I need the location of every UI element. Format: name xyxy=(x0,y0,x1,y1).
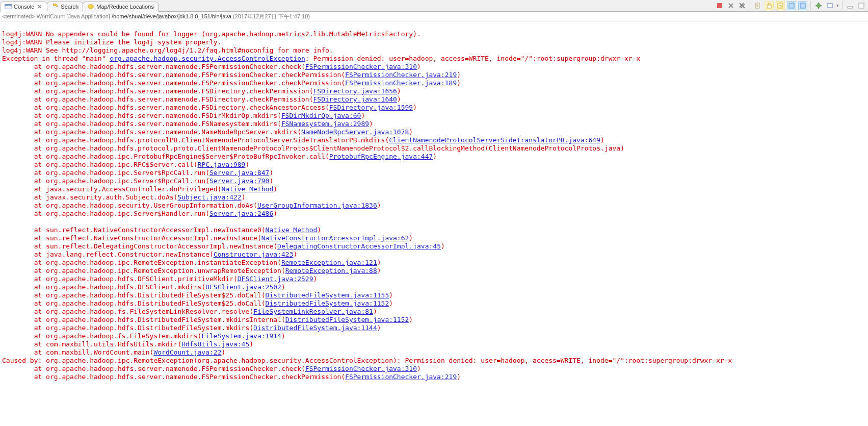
at: at xyxy=(2,283,46,291)
stack-frame: org.apache.hadoop.ipc.Server$RpcCall.run… xyxy=(46,177,209,185)
source-link[interactable]: RPC.java:989 xyxy=(198,161,246,168)
console-output[interactable]: log4j:WARN No appenders could be found f… xyxy=(0,22,868,426)
source-link[interactable]: Server.java:847 xyxy=(209,169,269,177)
stack-frame: org.apache.hadoop.hdfs.server.namenode.F… xyxy=(46,79,345,87)
svg-rect-8 xyxy=(800,3,805,8)
svg-rect-9 xyxy=(827,4,832,8)
source-link[interactable]: Native Method xyxy=(221,185,273,193)
source-link[interactable]: DFSClient.java:2529 xyxy=(238,275,313,283)
stack-frame: org.apache.hadoop.ipc.Server$RpcCall.run… xyxy=(46,169,209,177)
scroll-lock-icon[interactable] xyxy=(765,1,774,10)
console-toolbar: ▾ xyxy=(713,1,868,10)
stack-frame: java.lang.reflect.Constructor.newInstanc… xyxy=(46,250,214,258)
source-link[interactable]: RemoteException.java:121 xyxy=(281,259,377,266)
tab-mapreduce[interactable]: Map/Reduce Locations xyxy=(83,2,159,12)
at: at xyxy=(2,144,46,152)
chevron-down-icon[interactable]: ▾ xyxy=(836,3,839,8)
source-link[interactable]: DFSClient.java:2502 xyxy=(205,283,281,291)
source-link[interactable]: DistributedFileSystem.java:1152 xyxy=(266,299,389,307)
source-link[interactable]: FSPermissionChecker.java:189 xyxy=(345,79,457,87)
source-link[interactable]: ClientNamenodeProtocolServerSideTranslat… xyxy=(389,136,600,144)
stack-frame: com.maxbill.WordCount.main( xyxy=(46,348,153,356)
at: at xyxy=(2,112,46,119)
stack-frame: com.maxbill.utils.HdfsUtils.mkdir( xyxy=(46,340,181,348)
at: at xyxy=(2,226,46,234)
stack-frame: sun.reflect.DelegatingConstructorAccesso… xyxy=(46,242,277,250)
at: at xyxy=(2,250,46,258)
source-link[interactable]: DelegatingConstructorAccessorImpl.java:4… xyxy=(277,242,441,250)
remove-launch-icon[interactable] xyxy=(726,1,735,10)
clear-console-icon[interactable] xyxy=(753,1,762,10)
close-icon[interactable]: ✕ xyxy=(36,4,43,10)
stack-frame: org.apache.hadoop.hdfs.server.namenode.F… xyxy=(46,63,305,70)
caused-by: Caused by: org.apache.hadoop.ipc.RemoteE… xyxy=(2,357,732,364)
at: at xyxy=(2,267,46,274)
stack-frame: org.apache.hadoop.ipc.RPC$Server.call( xyxy=(46,161,197,168)
source-link[interactable]: FSDirectory.java:1656 xyxy=(313,87,397,95)
exception-class-link[interactable]: org.apache.hadoop.security.AccessControl… xyxy=(110,55,305,62)
pin-console-icon[interactable] xyxy=(814,1,823,10)
source-link[interactable]: RemoteException.java:88 xyxy=(285,267,377,274)
stack-frame: org.apache.hadoop.hdfs.protocol.proto.Cl… xyxy=(46,144,624,152)
source-link[interactable]: FSDirectory.java:1640 xyxy=(313,95,397,103)
at: at xyxy=(2,63,46,70)
source-link[interactable]: Native Method xyxy=(266,226,318,234)
source-link[interactable]: FSDirMkdirOp.java:60 xyxy=(281,112,361,119)
source-link[interactable]: FSPermissionChecker.java:310 xyxy=(305,365,417,372)
remove-all-icon[interactable] xyxy=(738,1,747,10)
maximize-icon[interactable] xyxy=(857,1,866,10)
source-link[interactable]: WordCount.java:22 xyxy=(153,348,221,356)
exception-msg: : Permission denied: user=hadoop, access… xyxy=(305,55,640,62)
source-link[interactable]: FileSystemLinkResolver.java:81 xyxy=(253,308,373,315)
source-link[interactable]: NameNodeRpcServer.java:1078 xyxy=(301,128,409,136)
svg-rect-3 xyxy=(717,3,722,8)
source-link[interactable]: HdfsUtils.java:45 xyxy=(181,340,249,348)
stack-frame: org.apache.hadoop.hdfs.server.namenode.F… xyxy=(46,120,281,128)
source-link[interactable]: Server.java:790 xyxy=(209,177,269,185)
stack-frame: org.apache.hadoop.ipc.RemoteException.in… xyxy=(46,259,281,266)
stack-frame: org.apache.hadoop.ipc.Server$Handler.run… xyxy=(46,210,209,217)
word-wrap-icon[interactable] xyxy=(776,1,785,10)
source-link[interactable]: FSPermissionChecker.java:219 xyxy=(345,373,457,381)
source-link[interactable]: DistributedFileSystem.java:1144 xyxy=(253,324,377,332)
stack-frame: org.apache.hadoop.hdfs.DFSClient.primiti… xyxy=(46,275,238,283)
stack-frame: org.apache.hadoop.security.UserGroupInfo… xyxy=(46,202,257,209)
source-link[interactable]: FSPermissionChecker.java:310 xyxy=(305,63,417,70)
stack-frame: javax.security.auth.Subject.doAs( xyxy=(46,193,177,201)
source-link[interactable]: FSNamesystem.java:2989 xyxy=(281,120,369,128)
at: at xyxy=(2,308,46,315)
source-link[interactable]: DistributedFileSystem.java:1155 xyxy=(266,291,389,299)
stack-frame: java.security.AccessController.doPrivile… xyxy=(46,185,221,193)
at: at xyxy=(2,299,46,307)
source-link[interactable]: FileSystem.java:1914 xyxy=(201,332,281,340)
at: at xyxy=(2,348,46,356)
at: at xyxy=(2,324,46,332)
show-stderr-icon[interactable] xyxy=(798,1,807,10)
tab-console-label: Console xyxy=(14,4,34,10)
at: at xyxy=(2,193,46,201)
tab-search[interactable]: Search xyxy=(47,2,83,12)
source-link[interactable]: Subject.java:422 xyxy=(177,193,241,201)
source-link[interactable]: FSDirectory.java:1599 xyxy=(329,104,413,111)
terminate-icon[interactable] xyxy=(715,1,724,10)
stack-frame: org.apache.hadoop.fs.FileSystemLinkResol… xyxy=(46,308,253,315)
source-link[interactable]: Server.java:2486 xyxy=(209,210,273,217)
source-link[interactable]: FSPermissionChecker.java:219 xyxy=(345,71,457,79)
tab-console[interactable]: Console ✕ xyxy=(0,2,47,12)
launch-terminated-label: <terminated> WordCount [Java Application… xyxy=(2,13,112,19)
at: at xyxy=(2,128,46,136)
log-line: log4j:WARN Please initialize the log4j s… xyxy=(2,38,221,46)
log-line: log4j:WARN See http://logging.apache.org… xyxy=(2,46,333,54)
at: at xyxy=(2,185,46,193)
console-icon xyxy=(5,3,12,10)
display-selected-console-icon[interactable] xyxy=(825,1,834,10)
source-link[interactable]: DistributedFileSystem.java:1152 xyxy=(285,316,409,323)
at: at xyxy=(2,234,46,242)
source-link[interactable]: UserGroupInformation.java:1836 xyxy=(257,202,377,209)
source-link[interactable]: NativeConstructorAccessorImpl.java:62 xyxy=(261,234,409,242)
minimize-icon[interactable] xyxy=(846,1,855,10)
source-link[interactable]: ProtobufRpcEngine.java:447 xyxy=(329,153,433,160)
source-link[interactable]: Constructor.java:423 xyxy=(214,250,294,258)
launch-time: (2017年12月27日 下午1:47:10) xyxy=(231,13,310,19)
show-stdout-icon[interactable] xyxy=(787,1,796,10)
